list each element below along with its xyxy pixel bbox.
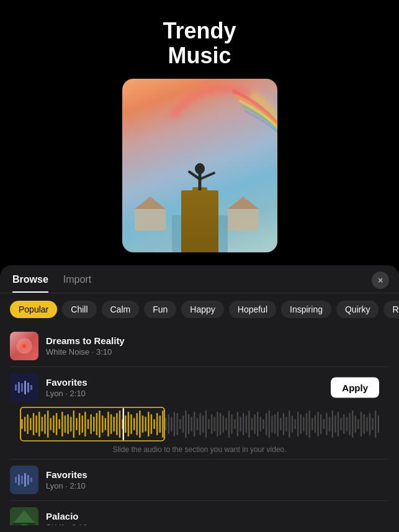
svg-rect-156 xyxy=(24,417,25,432)
svg-rect-95 xyxy=(208,419,209,429)
svg-rect-142 xyxy=(343,414,344,434)
svg-rect-87 xyxy=(185,410,186,438)
track-meta: SLVA · 3:10 xyxy=(46,523,389,525)
track-item-favorites-expanded[interactable]: Favorites Lyon · 2:10 Apply xyxy=(0,367,399,459)
svg-rect-25 xyxy=(21,383,23,392)
waveform xyxy=(20,407,379,441)
svg-rect-96 xyxy=(211,414,212,434)
filter-chill[interactable]: Chill xyxy=(62,301,96,318)
svg-rect-24 xyxy=(18,382,20,393)
svg-rect-26 xyxy=(24,381,26,394)
svg-rect-172 xyxy=(70,417,71,432)
filter-fun[interactable]: Fun xyxy=(144,301,176,318)
svg-rect-164 xyxy=(47,410,48,438)
svg-rect-152 xyxy=(372,418,373,430)
svg-rect-135 xyxy=(323,419,325,429)
svg-rect-117 xyxy=(271,415,272,433)
svg-rect-28 xyxy=(30,385,32,390)
svg-rect-91 xyxy=(197,418,198,430)
filter-calm[interactable]: Calm xyxy=(102,301,140,318)
svg-rect-105 xyxy=(237,412,238,437)
svg-rect-128 xyxy=(303,417,304,432)
svg-rect-104 xyxy=(234,419,235,429)
filter-reflective[interactable]: Reflective xyxy=(383,301,399,318)
svg-rect-169 xyxy=(61,412,63,437)
svg-rect-165 xyxy=(50,418,52,430)
svg-rect-0 xyxy=(172,215,228,252)
svg-rect-167 xyxy=(56,413,57,435)
svg-rect-185 xyxy=(107,412,109,437)
bottom-panel: Browse Import × Popular Chill Calm Fun H… xyxy=(0,265,399,532)
svg-rect-120 xyxy=(280,418,281,430)
track-item[interactable]: Palacio SLVA · 3:10 xyxy=(0,501,399,525)
svg-rect-153 xyxy=(375,410,376,438)
svg-rect-137 xyxy=(329,417,330,432)
filter-happy[interactable]: Happy xyxy=(181,301,223,318)
svg-line-17 xyxy=(192,193,200,203)
tab-import[interactable]: Import xyxy=(63,274,91,293)
track-name: Palacio xyxy=(46,511,389,521)
svg-rect-1 xyxy=(192,187,207,252)
page-title: Trendy Music xyxy=(163,19,236,68)
svg-rect-158 xyxy=(30,418,31,430)
track-name: Favorites xyxy=(46,469,389,480)
svg-rect-176 xyxy=(82,415,83,433)
svg-rect-149 xyxy=(364,414,365,434)
svg-rect-163 xyxy=(44,414,45,434)
svg-rect-217 xyxy=(21,525,27,525)
svg-rect-151 xyxy=(369,413,370,435)
svg-rect-144 xyxy=(349,413,350,435)
svg-rect-99 xyxy=(220,413,221,435)
svg-rect-192 xyxy=(128,412,129,437)
svg-rect-160 xyxy=(35,415,37,433)
svg-rect-179 xyxy=(90,414,91,434)
svg-rect-111 xyxy=(254,414,256,434)
svg-rect-146 xyxy=(355,415,356,433)
track-artwork xyxy=(10,373,38,402)
svg-rect-143 xyxy=(346,417,347,432)
svg-rect-84 xyxy=(176,413,177,435)
svg-rect-112 xyxy=(257,412,258,437)
close-button[interactable]: × xyxy=(372,272,389,289)
svg-rect-11 xyxy=(228,209,259,231)
svg-rect-130 xyxy=(309,410,310,438)
waveform-container[interactable] xyxy=(10,402,389,444)
svg-marker-10 xyxy=(135,197,166,209)
svg-line-18 xyxy=(200,193,208,204)
filter-popular[interactable]: Popular xyxy=(10,301,57,318)
svg-rect-102 xyxy=(228,410,230,438)
svg-rect-205 xyxy=(123,408,124,440)
svg-rect-191 xyxy=(125,415,126,433)
apply-button[interactable]: Apply xyxy=(331,378,379,398)
tab-browse[interactable]: Browse xyxy=(12,274,48,293)
filter-hopeful[interactable]: Hopeful xyxy=(229,301,276,318)
svg-rect-114 xyxy=(262,419,264,429)
svg-rect-93 xyxy=(202,415,204,433)
track-item[interactable]: Favorites Lyon · 2:10 xyxy=(0,459,399,500)
hero-image xyxy=(122,79,277,252)
svg-rect-82 xyxy=(171,417,172,432)
svg-rect-90 xyxy=(194,412,195,437)
svg-rect-88 xyxy=(188,414,189,434)
svg-rect-85 xyxy=(179,419,181,429)
svg-rect-147 xyxy=(357,419,359,429)
svg-rect-188 xyxy=(116,413,117,435)
svg-rect-7 xyxy=(189,228,193,252)
svg-rect-8 xyxy=(207,228,210,252)
filter-quirky[interactable]: Quirky xyxy=(336,301,379,318)
svg-rect-103 xyxy=(231,414,232,434)
filter-inspiring[interactable]: Inspiring xyxy=(281,301,331,318)
svg-rect-92 xyxy=(200,413,201,435)
filter-bar: Popular Chill Calm Fun Happy Hopeful Ins… xyxy=(0,293,399,326)
svg-rect-178 xyxy=(87,419,89,429)
track-name: Dreams to Reality xyxy=(46,335,389,346)
svg-rect-193 xyxy=(130,414,132,434)
svg-rect-202 xyxy=(156,413,158,435)
svg-rect-175 xyxy=(79,413,80,435)
track-item[interactable]: Dreams to Reality White Noise · 3:10 xyxy=(0,326,399,366)
track-meta: Lyon · 2:10 xyxy=(46,481,389,490)
svg-rect-155 xyxy=(21,419,22,429)
svg-rect-116 xyxy=(269,410,270,438)
svg-rect-119 xyxy=(277,412,279,437)
track-artwork xyxy=(10,332,38,360)
